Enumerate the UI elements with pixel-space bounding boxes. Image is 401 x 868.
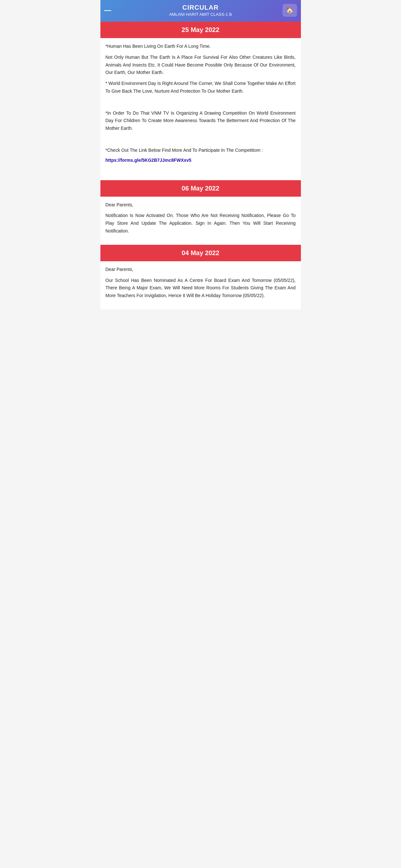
circular-section-04-may: 04 May 2022 Dear Parents, Our School Has…	[100, 245, 301, 309]
home-icon: 🏠	[286, 7, 294, 14]
para-25-may-5: *Check Out The Link Below Find More And …	[105, 147, 296, 154]
circular-section-25-may: 25 May 2022 *Human Has Been Living On Ea…	[100, 22, 301, 180]
para-06-may-2: Notification Is Now Activated On. Those …	[105, 212, 296, 235]
para-04-may-1: Dear Parents,	[105, 266, 296, 274]
date-header-06-may: 06 May 2022	[100, 180, 301, 197]
date-header-04-may: 04 May 2022	[100, 245, 301, 261]
circular-content-25-may: *Human Has Been Living On Earth For A Lo…	[100, 38, 301, 170]
home-button[interactable]: 🏠	[282, 4, 297, 17]
para-25-may-spacer2	[105, 135, 296, 144]
competition-link[interactable]: https://forms.gle/5KG2B7JJmc8FWXxv5	[105, 158, 296, 163]
para-06-may-1: Dear Parents,	[105, 201, 296, 209]
para-04-may-2: Our School Has Been Nominated As A Centr…	[105, 277, 296, 300]
app-subtitle: AMLANI HARIT AMIT CLASS-1 B	[169, 12, 232, 17]
bottom-spacer-25	[100, 170, 301, 180]
date-header-25-may: 25 May 2022	[100, 22, 301, 38]
app-title: CIRCULAR	[169, 4, 232, 11]
menu-button[interactable]: —	[104, 6, 112, 14]
para-25-may-1: *Human Has Been Living On Earth For A Lo…	[105, 42, 296, 51]
para-25-may-spacer1	[105, 98, 296, 106]
app-header: — CIRCULAR AMLANI HARIT AMIT CLASS-1 B 🏠	[100, 0, 301, 21]
para-25-may-3: * World Environment Day Is Right Around …	[105, 80, 296, 95]
circular-content-06-may: Dear Parents, Notification Is Now Activa…	[100, 197, 301, 245]
para-25-may-4: *In Order To Do That VNM TV Is Organizin…	[105, 110, 296, 132]
circular-content-04-may: Dear Parents, Our School Has Been Nomina…	[100, 261, 301, 309]
para-25-may-2: Not Only Human But The Earth Is A Place …	[105, 54, 296, 76]
header-title-group: CIRCULAR AMLANI HARIT AMIT CLASS-1 B	[169, 4, 232, 17]
circular-section-06-may: 06 May 2022 Dear Parents, Notification I…	[100, 180, 301, 245]
